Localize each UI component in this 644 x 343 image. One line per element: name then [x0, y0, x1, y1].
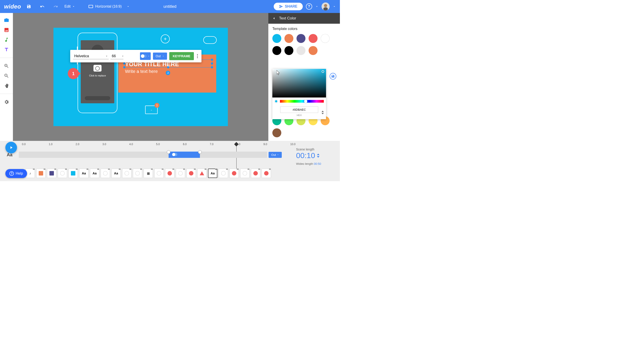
- click-replace-label: Click to replace: [89, 74, 106, 77]
- layer-thumb[interactable]: [230, 168, 239, 178]
- flat-swatches: [268, 116, 340, 137]
- layer-thumb[interactable]: Aa: [111, 168, 121, 178]
- music-tool[interactable]: [4, 37, 9, 42]
- layer-thumb[interactable]: Aa: [208, 168, 217, 178]
- scene-down[interactable]: [317, 156, 320, 158]
- edit-menu[interactable]: Edit: [64, 4, 75, 8]
- aspect-icon: [88, 5, 93, 8]
- layer-thumb[interactable]: [240, 168, 250, 178]
- help-widget[interactable]: ? Help: [5, 169, 27, 178]
- layer-thumb[interactable]: [122, 168, 132, 178]
- layer-thumb[interactable]: [47, 168, 56, 178]
- layer-thumb[interactable]: [197, 168, 206, 178]
- layer-thumb[interactable]: [154, 168, 164, 178]
- color-swatch[interactable]: [272, 34, 281, 43]
- color-preview: [274, 100, 278, 103]
- layer-thumb[interactable]: ▦: [144, 168, 153, 178]
- user-chevron[interactable]: [333, 5, 336, 8]
- envelope-icon: 1: [145, 106, 158, 114]
- layer-thumb[interactable]: [165, 168, 174, 178]
- layer-thumb[interactable]: [133, 168, 142, 178]
- back-icon[interactable]: [272, 16, 276, 20]
- scene-info: Scene length 00:10 Wideo length 00:50: [296, 148, 336, 166]
- hex-label: HEX: [275, 114, 323, 116]
- font-select[interactable]: [73, 53, 109, 59]
- timeline-ruler[interactable]: 0.01.02.03.04.05.06.07.08.09.010.0: [22, 143, 298, 148]
- hue-slider[interactable]: [280, 100, 324, 103]
- project-title[interactable]: untitled: [164, 4, 176, 9]
- clip-handle-right[interactable]: [198, 150, 202, 154]
- color-picker[interactable]: HEX: [272, 69, 326, 119]
- more-button[interactable]: [196, 53, 199, 59]
- help-chevron[interactable]: [315, 5, 318, 8]
- color-swatch[interactable]: [308, 46, 318, 55]
- format-stepper[interactable]: [322, 111, 324, 114]
- color-swatch[interactable]: [321, 34, 330, 43]
- hex-input[interactable]: [280, 106, 318, 113]
- clip-handle-left[interactable]: [167, 150, 170, 154]
- logo: wideo: [4, 3, 21, 10]
- color-swatch[interactable]: [296, 34, 306, 43]
- animation-toggle[interactable]: [140, 52, 151, 60]
- layer-thumb[interactable]: [36, 168, 46, 178]
- ruler-tick: 5.0: [156, 143, 160, 146]
- timeline: 0.01.02.03.04.05.06.07.08.09.010.0 Aa Ou…: [0, 141, 340, 181]
- aspect-selector[interactable]: Horizontal (16:9): [88, 4, 130, 8]
- layer-thumb[interactable]: [176, 168, 185, 178]
- ruler-tick: 10.0: [290, 143, 296, 146]
- ruler-tick: 1.0: [49, 143, 52, 146]
- canvas[interactable]: Click to replace 1 YOUR TITLE HERE Write…: [54, 28, 228, 126]
- layer-thumb[interactable]: [100, 168, 110, 178]
- canvas-area[interactable]: Click to replace 1 YOUR TITLE HERE Write…: [13, 13, 268, 141]
- app-header: wideo Edit Horizontal (16:9) untitled SH…: [0, 0, 340, 13]
- camera-tool[interactable]: [4, 18, 9, 23]
- layer-row: ♪AaAaAa▦Aa: [7, 168, 336, 178]
- save-color-button[interactable]: [330, 73, 336, 80]
- ruler-tick: 0.0: [22, 143, 26, 146]
- zoom-in-tool[interactable]: [4, 63, 9, 69]
- share-button[interactable]: SHARE: [274, 3, 303, 10]
- template-colors-label: Template colors: [268, 24, 340, 34]
- track-out-button[interactable]: Out: [268, 152, 282, 158]
- layer-thumb[interactable]: [251, 168, 260, 178]
- layer-thumb[interactable]: [219, 168, 228, 178]
- plus-icon: +: [161, 34, 170, 44]
- ruler-tick: 7.0: [210, 143, 214, 146]
- svg-rect-1: [323, 8, 328, 10]
- out-button[interactable]: Out: [153, 52, 167, 60]
- user-avatar[interactable]: [322, 2, 330, 10]
- pan-tool[interactable]: [4, 83, 9, 88]
- image-tool[interactable]: [4, 27, 9, 33]
- subtitle-text[interactable]: Write a text here: [125, 69, 158, 74]
- redo-button[interactable]: [52, 3, 60, 10]
- color-swatch[interactable]: [296, 46, 306, 55]
- camera-icon: [94, 65, 102, 72]
- keyframe-button[interactable]: KEYFRAME: [169, 52, 194, 60]
- layer-thumb[interactable]: Aa: [90, 168, 99, 178]
- step-badge-1: 1: [68, 68, 79, 79]
- ruler-tick: 4.0: [129, 143, 133, 146]
- layer-thumb[interactable]: [58, 168, 67, 178]
- color-swatch[interactable]: [272, 128, 281, 137]
- text-tool[interactable]: [4, 47, 9, 52]
- color-swatch[interactable]: [272, 46, 281, 55]
- panel-header: Text Color: [268, 13, 340, 24]
- layer-thumb[interactable]: [262, 168, 271, 178]
- scene-up[interactable]: [317, 154, 320, 156]
- layer-thumb[interactable]: [68, 168, 78, 178]
- settings-tool[interactable]: [4, 99, 9, 105]
- color-swatch[interactable]: [284, 46, 294, 55]
- zoom-out-tool[interactable]: [4, 73, 9, 78]
- save-button[interactable]: [25, 3, 33, 10]
- layer-thumb[interactable]: Aa: [79, 168, 88, 178]
- help-button[interactable]: ?: [306, 3, 312, 10]
- undo-button[interactable]: [38, 3, 46, 10]
- color-swatch[interactable]: [308, 34, 318, 43]
- color-swatch[interactable]: [284, 34, 294, 43]
- layer-thumb[interactable]: [186, 168, 196, 178]
- play-button[interactable]: [5, 142, 17, 154]
- track-bg[interactable]: [19, 152, 267, 158]
- sync-icon[interactable]: [166, 71, 170, 75]
- ruler-tick: 2.0: [76, 143, 80, 146]
- mouse-cursor: [276, 70, 281, 76]
